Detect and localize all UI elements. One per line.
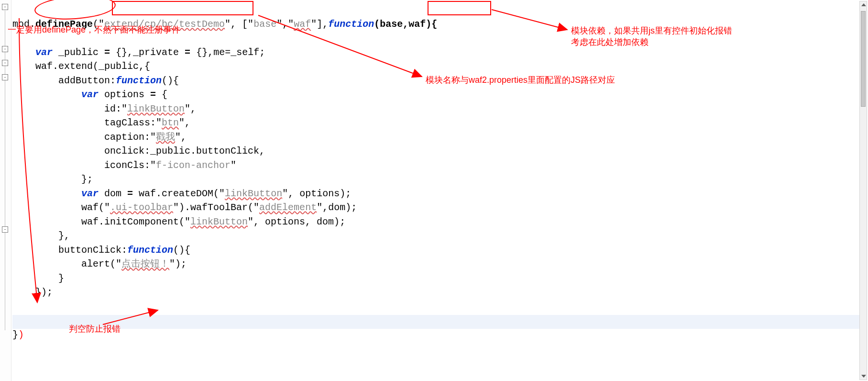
fold-marker[interactable]: - <box>2 46 8 52</box>
code-line: buttonClick:function(){ <box>12 245 190 256</box>
fold-marker[interactable]: - <box>2 60 8 66</box>
code-line: } <box>12 273 64 284</box>
code-line: tagClass:"btn", <box>12 117 190 128</box>
highlight-box-deps <box>428 1 491 15</box>
code-line: var dom = waf.createDOM("linkButton", op… <box>12 188 351 199</box>
gutter: - - - - - <box>0 0 11 381</box>
highlight-box-modulename <box>112 1 253 15</box>
current-line-highlight <box>12 315 859 329</box>
code-line: caption:"戳我", <box>12 132 187 143</box>
annotation-modulename: 模块名称与waf2.properties里面配置的JS路径对应 <box>426 74 615 86</box>
code-line: waf.initComponent("linkButton", options,… <box>12 216 345 227</box>
scroll-thumb[interactable] <box>861 11 866 107</box>
code-line: var options = { <box>12 89 167 100</box>
code-line: }) <box>12 329 24 340</box>
code-line: addButton:function(){ <box>12 75 179 86</box>
code-line: waf(".ui-toolbar").wafToolBar("addElemen… <box>12 202 357 213</box>
scroll-down-icon[interactable] <box>861 375 866 378</box>
code-line: var _public = {},_private = {},me=_self; <box>12 47 265 58</box>
code-line: iconCls:"f-icon-anchor" <box>12 160 236 171</box>
fold-marker[interactable]: - <box>2 74 8 80</box>
code-editor[interactable]: - - - - - mod.definePage("extend/cp/bc/t… <box>0 0 868 381</box>
fold-marker[interactable]: - <box>2 4 8 10</box>
vertical-scrollbar[interactable] <box>859 1 867 380</box>
code-line: }); <box>12 287 53 298</box>
fold-marker[interactable]: - <box>2 226 8 233</box>
annotation-moduledep: 模块依赖，如果共用js里有控件初始化报错考虑在此处增加依赖 <box>571 25 732 48</box>
code-line: alert("点击按钮！"); <box>12 258 187 269</box>
scroll-up-icon[interactable] <box>861 3 866 6</box>
annotation-definepage: 一定要用definePage，不然下面不能注册事件 <box>8 24 180 35</box>
code-line: }, <box>12 230 70 241</box>
code-line: }; <box>12 174 93 185</box>
code-line: waf.extend(_public,{ <box>12 61 150 72</box>
code-line: onclick:_public.buttonClick, <box>12 146 265 157</box>
code-line: id:"linkButton", <box>12 103 196 114</box>
annotation-nullcheck: 判空防止报错 <box>69 323 121 335</box>
